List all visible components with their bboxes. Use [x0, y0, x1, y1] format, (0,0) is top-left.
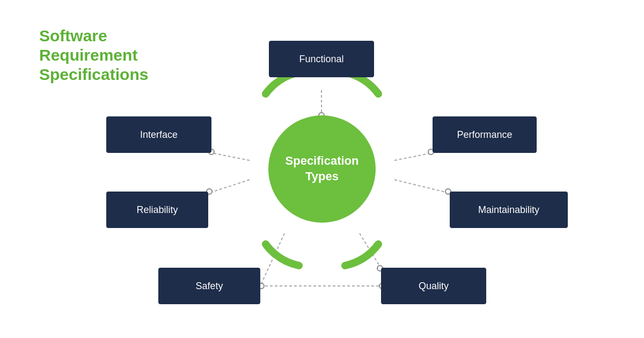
title-line1: Software: [39, 26, 148, 46]
center-label-line1: Specification: [286, 154, 359, 167]
node-safety: Safety: [158, 268, 260, 304]
center-circle: Specification Types: [268, 115, 376, 223]
node-quality: Quality: [381, 268, 486, 304]
svg-line-7: [211, 153, 250, 160]
title-line2: Requirement: [39, 46, 148, 65]
svg-line-3: [360, 233, 381, 268]
node-performance: Performance: [433, 116, 537, 153]
svg-line-5: [260, 233, 284, 286]
svg-line-6: [208, 180, 250, 193]
node-maintainability: Maintainability: [450, 192, 568, 228]
node-interface: Interface: [106, 116, 211, 153]
node-reliability: Reliability: [106, 192, 208, 228]
title-line3: Specifications: [39, 65, 148, 84]
center-label-line2: Types: [305, 170, 339, 183]
title-block: Software Requirement Specifications: [39, 26, 148, 84]
svg-line-1: [394, 153, 433, 160]
node-functional: Functional: [269, 41, 374, 77]
svg-line-2: [394, 180, 450, 193]
